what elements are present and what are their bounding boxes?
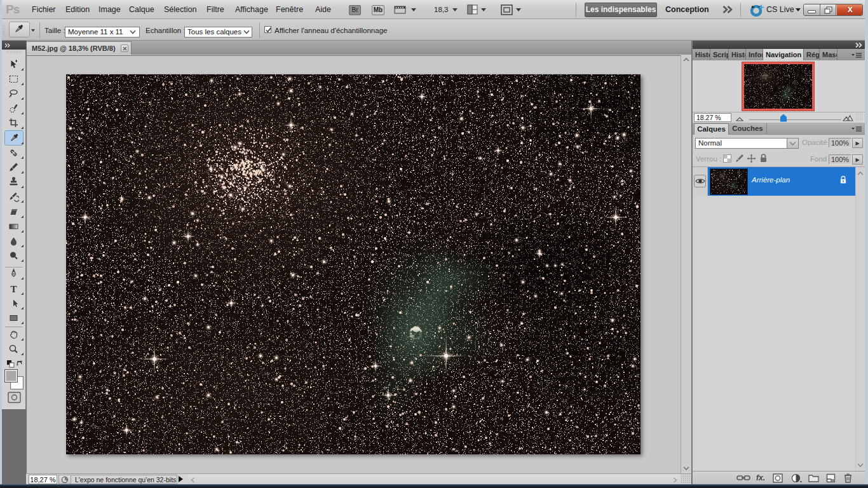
svg-text:T: T bbox=[10, 284, 17, 294]
